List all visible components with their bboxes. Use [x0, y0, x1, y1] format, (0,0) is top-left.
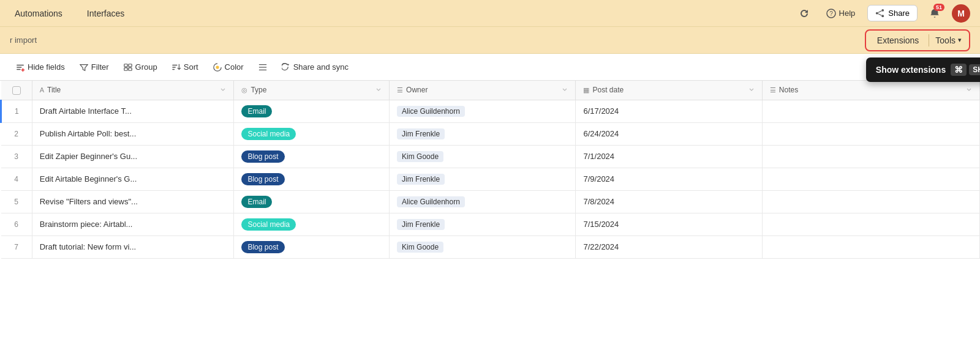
svg-line-5	[878, 11, 882, 13]
row-owner[interactable]: Jim Frenkle	[390, 122, 576, 145]
table-row[interactable]: 7Draft tutorial: New form vi...Blog post…	[1, 235, 980, 258]
row-type[interactable]: Email	[234, 190, 390, 213]
row-title[interactable]: Edit Zapier Beginner's Gu...	[32, 145, 234, 168]
row-type[interactable]: Blog post	[234, 145, 390, 168]
help-btn[interactable]: ? Help	[821, 6, 861, 21]
type-col-icon: ◎	[241, 86, 247, 94]
row-owner[interactable]: Kim Goode	[390, 235, 576, 258]
hide-fields-button[interactable]: Hide fields	[10, 59, 71, 75]
nav-automations[interactable]: Automations	[10, 6, 67, 21]
row-num: 2	[1, 122, 32, 145]
title-col-icon: A	[40, 86, 44, 94]
row-owner[interactable]: Alice Guildenhorn	[390, 100, 576, 122]
table-header-row: A Title ◎ Type	[1, 81, 980, 100]
row-post-date: 7/8/2024	[576, 190, 762, 213]
row-notes[interactable]	[762, 122, 979, 145]
sort-label: Sort	[184, 62, 198, 72]
row-title[interactable]: Edit Airtable Beginner's G...	[32, 168, 234, 190]
notes-col-label: Notes	[779, 86, 798, 94]
row-title[interactable]: Draft tutorial: New form vi...	[32, 235, 234, 258]
row-owner[interactable]: Jim Frenkle	[390, 168, 576, 190]
sort-button[interactable]: Sort	[166, 59, 205, 75]
row-type[interactable]: Social media	[234, 213, 390, 235]
header-checkbox[interactable]	[12, 86, 21, 95]
row-type[interactable]: Blog post	[234, 235, 390, 258]
filter-icon	[80, 63, 88, 72]
row-num: 7	[1, 235, 32, 258]
col-header-type[interactable]: ◎ Type	[234, 81, 390, 100]
row-height-icon	[258, 63, 267, 72]
row-title[interactable]: Draft Airtable Interface T...	[32, 100, 234, 122]
row-notes[interactable]	[762, 168, 979, 190]
table-container: A Title ◎ Type	[0, 81, 980, 356]
tools-label: Tools	[935, 35, 956, 45]
row-owner[interactable]: Kim Goode	[390, 145, 576, 168]
type-badge: Email	[241, 105, 272, 117]
row-owner[interactable]: Alice Guildenhorn	[390, 190, 576, 213]
owner-badge: Jim Frenkle	[397, 174, 445, 185]
help-label: Help	[839, 9, 856, 18]
row-title[interactable]: Revise "Filters and views"...	[32, 190, 234, 213]
keyboard-shortcut: ⌘ SHIFT \	[951, 64, 980, 76]
svg-rect-12	[128, 67, 131, 70]
tools-button[interactable]: Tools ▾	[930, 32, 967, 49]
notes-col-icon: ☰	[770, 86, 776, 94]
show-extensions-tooltip: Show extensions ⌘ SHIFT \	[866, 57, 980, 82]
row-owner[interactable]: Jim Frenkle	[390, 213, 576, 235]
svg-point-4	[882, 15, 884, 17]
row-title[interactable]: Brainstorm piece: Airtabl...	[32, 213, 234, 235]
history-btn[interactable]	[794, 6, 814, 21]
color-button[interactable]: Color	[207, 59, 250, 75]
title-col-label: Title	[47, 86, 61, 94]
row-type[interactable]: Email	[234, 100, 390, 122]
row-notes[interactable]	[762, 190, 979, 213]
type-badge: Social media	[241, 218, 296, 231]
svg-rect-10	[128, 64, 131, 66]
row-notes[interactable]	[762, 145, 979, 168]
svg-rect-11	[124, 67, 127, 70]
nav-interfaces[interactable]: Interfaces	[82, 6, 129, 21]
notification-button[interactable]: 51	[925, 4, 944, 23]
tooltip-label: Show extensions	[876, 65, 946, 75]
col-header-post-date[interactable]: ▦ Post date	[576, 81, 762, 100]
type-col-chevron	[375, 87, 382, 93]
group-button[interactable]: Group	[118, 59, 164, 75]
col-header-notes[interactable]: ☰ Notes	[762, 81, 979, 100]
owner-badge: Kim Goode	[397, 242, 443, 253]
table-row[interactable]: 3Edit Zapier Beginner's Gu...Blog postKi…	[1, 145, 980, 168]
owner-badge: Kim Goode	[397, 151, 443, 162]
date-col-chevron	[748, 87, 755, 93]
row-type[interactable]: Blog post	[234, 168, 390, 190]
group-label: Group	[135, 62, 157, 72]
row-type[interactable]: Social media	[234, 122, 390, 145]
filter-button[interactable]: Filter	[74, 59, 115, 75]
table-row[interactable]: 6Brainstorm piece: Airtabl...Social medi…	[1, 213, 980, 235]
col-header-owner[interactable]: ☰ Owner	[390, 81, 576, 100]
extensions-button[interactable]: Extensions	[869, 32, 927, 49]
owner-col-chevron	[562, 87, 568, 93]
row-title[interactable]: Publish Airtable Poll: best...	[32, 122, 234, 145]
row-notes[interactable]	[762, 100, 979, 122]
row-post-date: 7/15/2024	[576, 213, 762, 235]
avatar[interactable]: M	[952, 4, 970, 23]
table-row[interactable]: 4Edit Airtable Beginner's G...Blog postJ…	[1, 168, 980, 190]
row-height-button[interactable]	[252, 60, 273, 75]
row-notes[interactable]	[762, 235, 979, 258]
share-sync-button[interactable]: Share and sync	[276, 59, 355, 75]
type-badge: Blog post	[241, 241, 284, 253]
row-notes[interactable]	[762, 213, 979, 235]
share-button[interactable]: Share	[867, 5, 918, 21]
table-row[interactable]: 5Revise "Filters and views"...EmailAlice…	[1, 190, 980, 213]
hide-fields-label: Hide fields	[28, 62, 65, 72]
col-header-title[interactable]: A Title	[32, 81, 234, 100]
table-row[interactable]: 2Publish Airtable Poll: best...Social me…	[1, 122, 980, 145]
group-icon	[124, 63, 132, 72]
table-row[interactable]: 1Draft Airtable Interface T...EmailAlice…	[1, 100, 980, 122]
type-badge: Blog post	[241, 173, 284, 185]
notes-col-chevron	[966, 87, 972, 93]
row-post-date: 7/22/2024	[576, 235, 762, 258]
color-icon	[213, 63, 222, 72]
col-header-checkbox	[1, 81, 32, 100]
row-num: 1	[1, 100, 32, 122]
owner-col-label: Owner	[406, 86, 428, 94]
